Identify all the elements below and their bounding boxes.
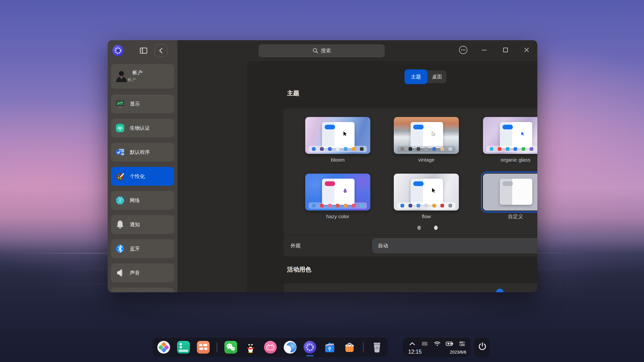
window-main: 主题 桌面 主题 bloom (177, 40, 537, 292)
theme-option-custom[interactable]: 自定义 (483, 174, 537, 220)
toggles-icon[interactable] (458, 340, 466, 347)
mini-dock (309, 146, 367, 152)
app-grid-icon (197, 341, 210, 354)
dock-wechat[interactable] (224, 341, 237, 354)
battery-icon[interactable] (446, 340, 453, 347)
appearance-dropdown[interactable]: 自动 (372, 238, 537, 253)
mini-window (411, 179, 443, 205)
accent-color-card (284, 283, 537, 292)
mini-titlebar-pill (413, 125, 424, 129)
sidebar-item-display[interactable]: 显示 (111, 95, 174, 113)
bell-icon (115, 220, 125, 230)
chevron-up-icon[interactable] (409, 340, 416, 347)
app-store-icon (343, 341, 356, 354)
sidebar-item-label: 网络 (130, 197, 140, 204)
pagination-dot-1[interactable] (417, 226, 421, 230)
theme-thumbnail-bloom[interactable] (305, 117, 370, 154)
control-center-window: 帐户 帐户 显示 生物认证 默认程序 个性化 (108, 40, 537, 292)
sidebar-item-label: 通知 (130, 222, 140, 228)
control-center-logo-icon (112, 45, 124, 56)
desktop-wallpaper: 帐户 帐户 显示 生物认证 默认程序 个性化 (0, 0, 644, 362)
dock-file-manager[interactable] (323, 341, 336, 354)
close-button[interactable] (522, 46, 531, 54)
tab-theme[interactable]: 主题 (405, 69, 427, 84)
sidebar-item-default-apps[interactable]: 默认程序 (111, 143, 174, 162)
theme-option-vintage[interactable]: vintage (394, 117, 459, 163)
tab-desktop[interactable]: 桌面 (426, 70, 446, 83)
speaker-icon (115, 268, 125, 278)
theme-option-hazy-color[interactable]: hazy color (305, 174, 370, 219)
bluetooth-icon (115, 244, 125, 254)
sidebar-item-personalization[interactable]: 个性化 (111, 167, 174, 186)
qq-penguin-icon (244, 341, 257, 354)
mini-dock (397, 146, 455, 152)
mini-window (411, 122, 443, 148)
dock-app-store[interactable] (343, 341, 356, 354)
accounts-icon (115, 70, 128, 83)
theme-thumbnail-flow[interactable] (394, 174, 459, 210)
sidebar-item-sound[interactable]: 声音 (111, 263, 174, 282)
mini-titlebar-pill (413, 181, 424, 186)
display-icon (115, 99, 125, 109)
window-controls (459, 46, 531, 54)
divider (284, 235, 537, 235)
dock-multitasking[interactable] (177, 341, 190, 354)
sidebar-item-biometric[interactable]: 生物认证 (111, 119, 174, 137)
sidebar-item-sublabel: 帐户 (128, 77, 143, 83)
theme-thumbnail-custom[interactable] (483, 174, 537, 210)
search-input[interactable]: 搜索 (259, 44, 385, 57)
sidebar-item-partial[interactable] (111, 288, 174, 292)
minimize-button[interactable] (480, 46, 489, 54)
multitasking-icon (177, 341, 190, 354)
mini-dock (309, 202, 367, 209)
dock-control-center[interactable] (304, 341, 316, 354)
dock-app-grid[interactable] (197, 341, 210, 354)
mini-window (322, 122, 355, 148)
cursor-icon (343, 188, 347, 193)
theme-label: hazy color (305, 214, 370, 219)
wifi-icon[interactable] (433, 340, 441, 347)
theme-desktop-tabbar: 主题 桌面 (405, 69, 446, 84)
theme-option-bloom[interactable]: bloom (305, 117, 370, 163)
theme-thumbnail-hazy-color[interactable] (305, 174, 370, 210)
search-placeholder: 搜索 (321, 48, 331, 54)
shutdown-button[interactable] (474, 338, 490, 357)
tray-date[interactable]: 2023/6/6 (450, 350, 466, 355)
tray-icons (409, 340, 466, 347)
back-button[interactable] (155, 44, 167, 57)
sidebar-toggle-icon[interactable] (139, 46, 148, 55)
sidebar-item-network[interactable]: 网络 (111, 191, 174, 210)
trash-icon (371, 341, 383, 354)
theme-thumbnail-vintage[interactable] (394, 117, 459, 154)
sidebar-item-label: 个性化 (130, 173, 145, 180)
maximize-button[interactable] (501, 46, 510, 54)
mini-window (322, 179, 355, 205)
dock-separator (363, 342, 364, 352)
dock-trash[interactable] (371, 341, 383, 354)
accent-color-swatch-blue[interactable] (496, 289, 503, 292)
tray-clock[interactable]: 12:15 (408, 349, 422, 355)
theme-section-title: 主题 (287, 89, 299, 97)
sidebar-item-bluetooth[interactable]: 蓝牙 (111, 239, 174, 258)
cursor-icon (521, 131, 525, 136)
appearance-value: 自动 (378, 243, 537, 249)
dock-browser[interactable] (284, 341, 297, 354)
theme-thumbnail-organic-glass[interactable] (483, 117, 537, 154)
sidebar-item-accounts[interactable]: 帐户 帐户 (111, 64, 174, 88)
menu-icon[interactable] (459, 46, 468, 54)
dock-bilibili[interactable] (264, 341, 277, 354)
pagination-dot-2[interactable] (434, 226, 438, 230)
sidebar-item-notifications[interactable]: 通知 (111, 215, 174, 234)
default-apps-icon (115, 147, 125, 157)
mini-titlebar-pill (325, 181, 335, 186)
sidebar-item-label: 显示 (130, 101, 140, 107)
mini-titlebar-pill (502, 125, 513, 129)
dock-launcher[interactable] (157, 341, 170, 354)
dock-qq[interactable] (244, 341, 257, 354)
theme-option-flow[interactable]: flow (394, 174, 459, 219)
cursor-icon (343, 131, 347, 136)
dock-separator (217, 342, 217, 352)
theme-option-organic-glass[interactable]: organic glass (483, 117, 537, 163)
fingerprint-icon (115, 123, 125, 133)
keyboard-icon[interactable] (421, 340, 428, 347)
